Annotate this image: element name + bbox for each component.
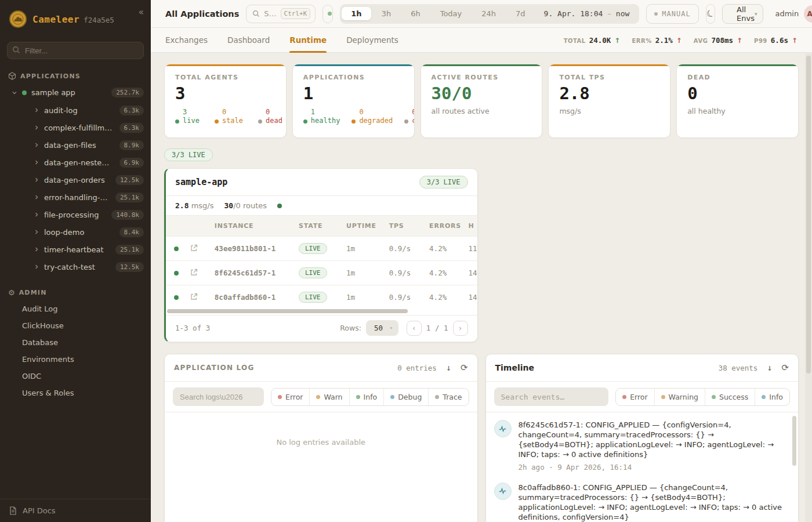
chip-info[interactable]: Info [349, 389, 384, 405]
theme-toggle-button[interactable]: ☾ [706, 4, 715, 24]
range-24h-button[interactable]: 24h [472, 7, 505, 20]
chevron-down-icon[interactable] [12, 90, 17, 96]
scrollbar-thumb[interactable] [167, 309, 408, 313]
sidebar-item-sample-app[interactable]: sample app 252.7k [0, 84, 151, 102]
refresh-icon[interactable]: ⟳ [781, 362, 789, 373]
chip-warn[interactable]: Warn [309, 389, 349, 405]
chip-warning[interactable]: Warning [654, 389, 705, 405]
sidebar: Cameleer f24a5e5 « APPLICATIONS sample a… [0, 0, 151, 522]
download-icon[interactable]: ↓ [767, 362, 772, 373]
chip-success[interactable]: Success [705, 389, 755, 405]
page-scrollbar-thumb[interactable] [806, 56, 811, 374]
sidebar-item-audit-log[interactable]: Audit Log [0, 300, 151, 317]
manual-refresh-button[interactable]: MANUAL [646, 4, 698, 24]
sidebar-item-clickhouse[interactable]: ClickHouse [0, 317, 151, 334]
sidebar-route-error-handling[interactable]: error-handling-… 25.1k [0, 188, 151, 206]
sidebar-route-timer-heartbeat[interactable]: timer-heartbeat 25.1k [0, 241, 151, 258]
route-list: audit-log 6.3k complex-fulfillm… 6.3k da… [0, 102, 151, 276]
next-page-button[interactable]: › [453, 321, 468, 336]
chevron-right-icon[interactable] [34, 107, 39, 113]
tab-dashboard[interactable]: Dashboard [227, 28, 270, 52]
substat-label: dead [266, 117, 282, 126]
card-total-tps: TOTAL TPS 2.8 msg/s [548, 64, 670, 138]
sidebar-route-try-catch-test[interactable]: try-catch-test 12.5k [0, 258, 151, 276]
range-6h-button[interactable]: 6h [401, 7, 430, 20]
chip-info[interactable]: Info [755, 389, 789, 405]
sidebar-route-data-gen-files[interactable]: data-gen-files 8.9k [0, 136, 151, 154]
sidebar-route-complex-fulfillment[interactable]: complex-fulfillm… 6.3k [0, 119, 151, 136]
timeline-event[interactable]: 8f6245c61d57-1: CONFIG_APPLIED — {config… [486, 412, 799, 475]
tab-runtime[interactable]: Runtime [289, 28, 327, 52]
table-row[interactable]: 8f6245c61d57-1 LIVE 1m 0.9/s 4.2% 14 [166, 261, 477, 285]
sidebar-collapse-icon[interactable]: « [139, 7, 144, 17]
chip-debug[interactable]: Debug [383, 389, 428, 405]
admin-section-header: ⚙ ADMIN [0, 276, 151, 300]
date-range-display[interactable]: 9. Apr. 18:04 – now [536, 9, 638, 18]
rows-per-page-select[interactable]: 50 ▾ [366, 320, 398, 336]
chevron-right-icon[interactable] [34, 177, 39, 183]
connection-status-pill[interactable]: O [322, 5, 333, 23]
tab-exchanges[interactable]: Exchanges [165, 28, 208, 52]
sidebar-item-users-roles[interactable]: Users & Roles [0, 385, 151, 401]
timeline-event[interactable]: 8c0affadb860-1: CONFIG_APPLIED — {change… [486, 475, 799, 522]
chip-error[interactable]: Error [271, 389, 309, 405]
download-icon[interactable]: ↓ [446, 362, 451, 373]
route-label: data-gen-neste… [44, 158, 115, 167]
global-search[interactable]: S… Ctrl+K [246, 5, 316, 23]
app-routes-label: /0 routes [233, 201, 267, 210]
app-card-title[interactable]: sample-app [175, 177, 227, 187]
log-search-input[interactable] [173, 387, 264, 406]
sidebar-route-audit-log[interactable]: audit-log 6.3k [0, 102, 151, 119]
timeline-scrollbar-thumb[interactable] [792, 416, 796, 466]
chip-trace[interactable]: Trace [428, 389, 468, 405]
horizontal-scrollbar[interactable] [166, 309, 477, 315]
range-3h-button[interactable]: 3h [372, 7, 401, 20]
timeline-search-input[interactable] [494, 387, 609, 406]
chip-error[interactable]: Error [616, 389, 654, 405]
sidebar-route-loop-demo[interactable]: loop-demo 8.4k [0, 223, 151, 241]
chevron-right-icon[interactable] [34, 229, 39, 235]
date-dash: – [607, 9, 611, 18]
sidebar-route-data-gen-nested[interactable]: data-gen-neste… 6.9k [0, 154, 151, 171]
avatar[interactable]: AD [804, 5, 812, 23]
external-link-icon[interactable] [190, 269, 198, 276]
rows-per-page-label: Rows: [340, 324, 361, 332]
sidebar-route-data-gen-orders[interactable]: data-gen-orders 12.5k [0, 171, 151, 188]
external-link-icon[interactable] [190, 244, 198, 252]
chevron-right-icon[interactable] [34, 212, 39, 217]
timeline-events[interactable]: 8f6245c61d57-1: CONFIG_APPLIED — {config… [486, 412, 799, 522]
api-docs-link[interactable]: API Docs [0, 499, 151, 522]
timeline-title: Timeline [495, 363, 535, 372]
activity-pulse-icon [494, 420, 512, 437]
card-value: 1 [303, 85, 404, 103]
chevron-right-icon[interactable] [34, 246, 39, 252]
sidebar-item-oidc[interactable]: OIDC [0, 368, 151, 385]
prev-page-button[interactable]: ‹ [407, 321, 422, 336]
range-today-button[interactable]: Today [431, 7, 472, 20]
card-active-routes: ACTIVE ROUTES 30/0 all routes active [420, 64, 543, 138]
range-1h-button[interactable]: 1h [342, 7, 371, 20]
table-row[interactable]: 43ee9811b801-1 LIVE 1m 0.9/s 4.2% 11 [166, 237, 477, 261]
page-scrollbar[interactable] [805, 53, 812, 522]
event-text: 8f6245c61d57-1: CONFIG_APPLIED — {config… [519, 420, 788, 460]
chevron-right-icon[interactable] [34, 125, 39, 130]
range-7d-button[interactable]: 7d [506, 7, 535, 20]
app-routes-value: 30 [224, 201, 233, 210]
table-row[interactable]: 8c0affadb860-1 LIVE 1m 0.9/s 4.2% 14 [166, 285, 477, 310]
sidebar-filter-input[interactable] [7, 42, 144, 59]
env-select[interactable]: All Envs ▾ [722, 4, 763, 24]
sidebar-route-file-processing[interactable]: file-processing 140.8k [0, 206, 151, 223]
heap-value: 14 [465, 261, 477, 285]
chevron-right-icon[interactable] [34, 142, 39, 148]
tab-deployments[interactable]: Deployments [346, 28, 398, 52]
sidebar-item-environments[interactable]: Environments [0, 351, 151, 368]
sidebar-item-database[interactable]: Database [0, 334, 151, 351]
refresh-icon[interactable]: ⟳ [461, 362, 468, 373]
external-link-icon[interactable] [190, 293, 198, 300]
state-badge: LIVE [299, 243, 327, 254]
chevron-right-icon[interactable] [34, 194, 39, 200]
chevron-right-icon[interactable] [34, 160, 39, 165]
live-badge[interactable]: 3/3 LIVE [164, 148, 213, 161]
substat-num: 0 [359, 108, 393, 117]
chevron-right-icon[interactable] [34, 264, 39, 270]
